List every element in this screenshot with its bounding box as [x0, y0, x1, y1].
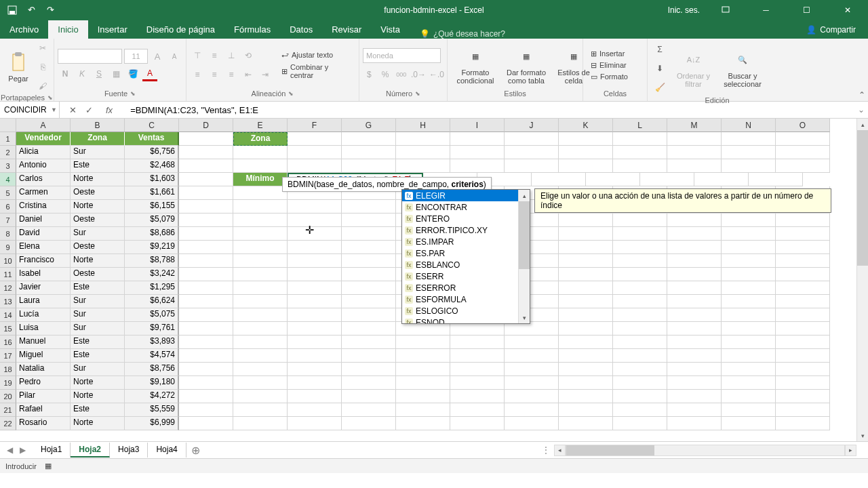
row-header-12[interactable]: 12 — [0, 281, 16, 295]
cell-E11[interactable] — [233, 268, 288, 281]
col-header-J[interactable]: J — [505, 119, 559, 132]
cell-C3[interactable]: $2,468 — [125, 159, 179, 173]
cell-D11[interactable] — [179, 268, 233, 281]
cell-M7[interactable] — [667, 214, 722, 227]
scroll-down-icon[interactable]: ▾ — [519, 312, 530, 323]
cell-D7[interactable] — [179, 214, 233, 227]
cell-B14[interactable]: Sur — [71, 308, 125, 322]
cell-K21[interactable] — [559, 403, 613, 417]
dialog-launcher-icon[interactable]: ⬊ — [288, 90, 294, 97]
func-option-error.tipico.xy[interactable]: fxERROR.TIPICO.XY — [402, 224, 530, 236]
align-center-icon[interactable]: ≡ — [207, 67, 222, 82]
cell-G20[interactable] — [342, 390, 396, 403]
cell-E5[interactable] — [233, 186, 288, 200]
cell-K3[interactable] — [559, 159, 613, 173]
cell-B9[interactable]: Oeste — [71, 241, 125, 254]
cell-G1[interactable] — [342, 132, 396, 146]
cell-N9[interactable] — [722, 241, 776, 254]
enter-formula-icon[interactable]: ✓ — [85, 105, 93, 115]
cell-L21[interactable] — [613, 403, 667, 417]
cell-L16[interactable] — [613, 336, 667, 349]
cell-M11[interactable] — [667, 268, 722, 281]
col-header-H[interactable]: H — [396, 119, 450, 132]
cell-M14[interactable] — [667, 308, 722, 322]
row-header-7[interactable]: 7 — [0, 214, 16, 227]
col-header-L[interactable]: L — [613, 119, 667, 132]
sheet-tab-hoja4[interactable]: Hoja4 — [148, 443, 186, 458]
cell-O11[interactable] — [776, 268, 830, 281]
cell-A5[interactable]: Carmen — [16, 186, 71, 200]
vertical-scrollbar[interactable]: ▴ ▾ — [856, 119, 868, 441]
cell-I2[interactable] — [450, 146, 505, 159]
cell-A18[interactable]: Natalia — [16, 363, 71, 376]
cell-C1[interactable]: Ventas — [125, 132, 179, 146]
sheet-tab-hoja2[interactable]: Hoja2 — [71, 443, 110, 458]
insert-cells-button[interactable]: ⊞Insertar — [588, 49, 631, 59]
func-option-es.impar[interactable]: fxES.IMPAR — [402, 236, 530, 247]
autosum-icon[interactable]: Σ — [652, 42, 667, 57]
cell-I17[interactable] — [450, 349, 505, 363]
format-table-button[interactable]: ▦Dar formato como tabla — [502, 44, 551, 86]
cell-J2[interactable] — [505, 146, 559, 159]
cell-N21[interactable] — [722, 403, 776, 417]
cell-J22[interactable] — [505, 417, 559, 430]
cell-A8[interactable]: David — [16, 227, 71, 241]
cell-A3[interactable]: Antonio — [16, 159, 71, 173]
cell-E13[interactable] — [233, 295, 288, 308]
col-header-K[interactable]: K — [559, 119, 613, 132]
cell-B15[interactable]: Sur — [71, 322, 125, 336]
cell-M18[interactable] — [667, 363, 722, 376]
cell-F13[interactable] — [288, 295, 342, 308]
sort-filter-button[interactable]: A↓ZOrdenar y filtrar — [671, 47, 716, 89]
comma-icon[interactable]: 000 — [395, 67, 408, 82]
cell-L20[interactable] — [613, 390, 667, 403]
cell-C20[interactable]: $4,272 — [125, 390, 179, 403]
cell-O9[interactable] — [776, 241, 830, 254]
cell-L9[interactable] — [613, 241, 667, 254]
cell-G16[interactable] — [342, 336, 396, 349]
cell-F3[interactable] — [288, 159, 342, 173]
clear-icon[interactable]: 🧹 — [652, 80, 667, 95]
cell-B7[interactable]: Oeste — [71, 214, 125, 227]
cell-M8[interactable] — [667, 227, 722, 241]
cell-F18[interactable] — [288, 363, 342, 376]
cell-L11[interactable] — [613, 268, 667, 281]
cell-F8[interactable] — [288, 227, 342, 241]
cell-E10[interactable] — [233, 254, 288, 268]
percent-icon[interactable]: % — [379, 67, 392, 82]
row-header-6[interactable]: 6 — [0, 200, 16, 214]
cell-N16[interactable] — [722, 336, 776, 349]
col-header-O[interactable]: O — [776, 119, 830, 132]
cell-E17[interactable] — [233, 349, 288, 363]
cell-C10[interactable]: $8,788 — [125, 254, 179, 268]
cell-K22[interactable] — [559, 417, 613, 430]
cell-H21[interactable] — [396, 403, 450, 417]
cell-B5[interactable]: Oeste — [71, 186, 125, 200]
row-header-11[interactable]: 11 — [0, 268, 16, 281]
func-option-eserr[interactable]: fxESERR — [402, 270, 530, 282]
sheet-tab-hoja1[interactable]: Hoja1 — [33, 443, 71, 458]
underline-button[interactable]: S — [92, 66, 106, 81]
cell-B10[interactable]: Norte — [71, 254, 125, 268]
cell-F14[interactable] — [288, 308, 342, 322]
cell-K13[interactable] — [559, 295, 613, 308]
cell-K19[interactable] — [559, 376, 613, 390]
cell-A6[interactable]: Cristina — [16, 200, 71, 214]
cell-M3[interactable] — [667, 159, 722, 173]
cell-G9[interactable] — [342, 241, 396, 254]
cell-O8[interactable] — [776, 227, 830, 241]
cell-N20[interactable] — [722, 390, 776, 403]
cell-O19[interactable] — [776, 376, 830, 390]
cell-K12[interactable] — [559, 281, 613, 295]
cell-J3[interactable] — [505, 159, 559, 173]
indent-increase-icon[interactable]: ⇥ — [258, 67, 273, 82]
dropdown-scrollbar[interactable]: ▴ ▾ — [518, 190, 530, 323]
func-option-esnod[interactable]: fxESNOD — [402, 317, 530, 323]
cell-B1[interactable]: Zona — [71, 132, 125, 146]
cell-E16[interactable] — [233, 336, 288, 349]
cell-C7[interactable]: $5,079 — [125, 214, 179, 227]
cell-A12[interactable]: Javier — [16, 281, 71, 295]
cell-B13[interactable]: Sur — [71, 295, 125, 308]
cell-F9[interactable] — [288, 241, 342, 254]
cell-F19[interactable] — [288, 376, 342, 390]
